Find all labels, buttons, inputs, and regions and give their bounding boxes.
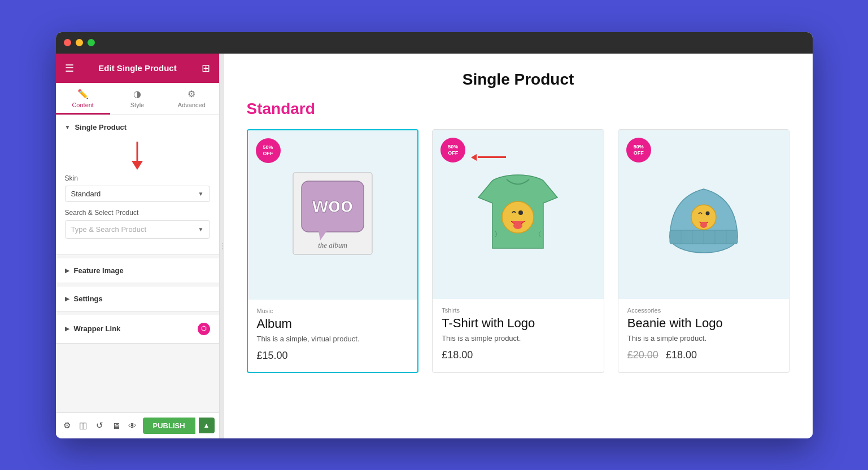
- content-tab-label: Content: [72, 102, 94, 108]
- chevron-down-icon: ▼: [198, 191, 204, 197]
- sidebar: ☰ Edit Single Product ⊞ ✏️ Content ◑ Sty…: [56, 54, 220, 438]
- svg-point-18: [706, 211, 710, 215]
- chevron-right-icon: ▶: [65, 267, 69, 274]
- desktop-icon[interactable]: 🖥: [110, 418, 123, 433]
- beanie-artwork: [653, 164, 754, 265]
- tshirt-artwork: [467, 158, 569, 271]
- maximize-button[interactable]: [88, 39, 95, 46]
- publish-dropdown-button[interactable]: ▲: [199, 418, 215, 433]
- chevron-down-icon: ▼: [65, 124, 71, 130]
- product-desc-album: This is a simple, virtual product.: [257, 335, 409, 343]
- page-title: Single Product: [247, 71, 790, 89]
- product-category-tshirt: Tshirts: [442, 307, 595, 314]
- sidebar-bottom: ⚙ ◫ ↺ 🖥 👁 PUBLISH ▲: [56, 412, 219, 438]
- single-product-section: ▼ Single Product Skin: [56, 115, 219, 255]
- product-card-beanie[interactable]: 50%OFF: [618, 129, 790, 373]
- product-name-tshirt: T-Shirt with Logo: [442, 316, 595, 331]
- svg-text:the  album: the album: [318, 241, 347, 249]
- search-product-field: Search & Select Product Type & Search Pr…: [65, 209, 210, 239]
- product-name-beanie: Beanie with Logo: [627, 316, 780, 331]
- product-category-beanie: Accessories: [627, 307, 780, 314]
- album-artwork: woo the album: [282, 164, 383, 266]
- wrapper-link-label: Wrapper Link: [74, 324, 121, 333]
- tab-content[interactable]: ✏️ Content: [56, 83, 110, 115]
- resize-handle[interactable]: ⋮: [220, 54, 224, 438]
- title-bar: [56, 32, 813, 54]
- skin-field: Skin Standard ▼: [65, 174, 210, 202]
- svg-point-9: [513, 222, 522, 229]
- settings-icon[interactable]: ⚙: [60, 418, 73, 433]
- product-desc-beanie: This is a simple product.: [627, 334, 780, 342]
- tab-advanced[interactable]: ⚙ Advanced: [164, 83, 219, 115]
- app-body: ☰ Edit Single Product ⊞ ✏️ Content ◑ Sty…: [56, 54, 813, 438]
- arrow-head-icon: [471, 154, 477, 161]
- products-grid: 50%OFF woo th: [247, 129, 790, 373]
- content-tab-icon: ✏️: [77, 89, 89, 99]
- grid-icon[interactable]: ⊞: [202, 62, 210, 74]
- history-icon[interactable]: ↺: [93, 418, 106, 433]
- tshirt-arrow-annotation: [471, 154, 506, 161]
- sidebar-title: Edit Single Product: [98, 63, 176, 73]
- window-controls: [64, 39, 95, 46]
- sidebar-header: ☰ Edit Single Product ⊞: [56, 54, 219, 83]
- product-info-beanie: Accessories Beanie with Logo This is a s…: [618, 299, 790, 371]
- skin-select[interactable]: Standard ▼: [65, 186, 210, 202]
- main-content: Single Product Standard 50%OFF: [224, 54, 813, 438]
- product-price-tshirt: £18.00: [442, 349, 595, 361]
- publish-button[interactable]: PUBLISH: [143, 418, 195, 434]
- wrapper-link-icon[interactable]: ⬡: [198, 323, 210, 335]
- minimize-button[interactable]: [76, 39, 83, 46]
- feature-image-header[interactable]: ▶ Feature Image: [56, 258, 219, 283]
- search-placeholder: Type & Search Product: [71, 225, 147, 234]
- chevron-down-icon: ▼: [198, 226, 204, 232]
- badge-beanie: 50%OFF: [626, 138, 651, 162]
- svg-marker-1: [132, 161, 143, 170]
- hamburger-icon[interactable]: ☰: [65, 62, 74, 74]
- price-old-beanie: £20.00: [627, 349, 658, 361]
- settings-header[interactable]: ▶ Settings: [56, 287, 219, 311]
- close-button[interactable]: [64, 39, 71, 46]
- product-name-album: Album: [257, 317, 409, 331]
- product-info-tshirt: Tshirts T-Shirt with Logo This is a simp…: [433, 299, 604, 371]
- badge-album: 50%OFF: [256, 138, 281, 163]
- settings-label: Settings: [74, 295, 103, 303]
- product-card-tshirt[interactable]: 50%OFF: [432, 129, 604, 373]
- style-tab-icon: ◑: [133, 89, 141, 99]
- svg-point-8: [518, 210, 523, 215]
- search-select[interactable]: Type & Search Product ▼: [65, 220, 210, 239]
- red-down-arrow-icon: [128, 142, 146, 170]
- sidebar-tabs: ✏️ Content ◑ Style ⚙ Advanced: [56, 83, 219, 115]
- eye-icon[interactable]: 👁: [126, 418, 139, 433]
- product-image-beanie: 50%OFF: [618, 130, 790, 299]
- product-category-album: Music: [257, 308, 409, 314]
- wrapper-link-header[interactable]: ▶ Wrapper Link ⬡: [56, 315, 219, 343]
- skin-label: Skin: [65, 174, 210, 182]
- product-price-beanie: £20.00 £18.00: [627, 349, 780, 361]
- product-desc-tshirt: This is a simple product.: [442, 334, 595, 342]
- chevron-right-icon: ▶: [65, 326, 69, 332]
- red-arrow-annotation: [56, 139, 219, 174]
- settings-section: ▶ Settings: [56, 287, 219, 311]
- svg-point-19: [700, 222, 707, 228]
- search-label: Search & Select Product: [65, 209, 210, 217]
- single-product-header[interactable]: ▼ Single Product: [56, 115, 219, 139]
- price-new-beanie: £18.00: [666, 349, 697, 361]
- chevron-right-icon: ▶: [65, 296, 69, 302]
- product-image-tshirt: 50%OFF: [433, 130, 604, 299]
- feature-image-label: Feature Image: [74, 266, 124, 275]
- product-info-album: Music Album This is a simple, virtual pr…: [248, 300, 418, 372]
- tab-style[interactable]: ◑ Style: [110, 83, 164, 115]
- skin-value: Standard: [71, 190, 101, 198]
- advanced-tab-label: Advanced: [178, 102, 206, 108]
- app-window: ☰ Edit Single Product ⊞ ✏️ Content ◑ Sty…: [56, 32, 813, 438]
- style-tab-label: Style: [130, 102, 144, 108]
- svg-text:woo: woo: [312, 194, 353, 217]
- layers-icon[interactable]: ◫: [77, 418, 90, 433]
- advanced-tab-icon: ⚙: [187, 89, 195, 99]
- single-product-body: Skin Standard ▼ Search & Select Product …: [56, 174, 219, 254]
- wrapper-link-section: ▶ Wrapper Link ⬡: [56, 315, 219, 344]
- section-label: Standard: [247, 100, 790, 118]
- product-price-album: £15.00: [257, 350, 409, 362]
- sidebar-content: ▼ Single Product Skin: [56, 115, 219, 412]
- product-card-album[interactable]: 50%OFF woo th: [247, 129, 419, 373]
